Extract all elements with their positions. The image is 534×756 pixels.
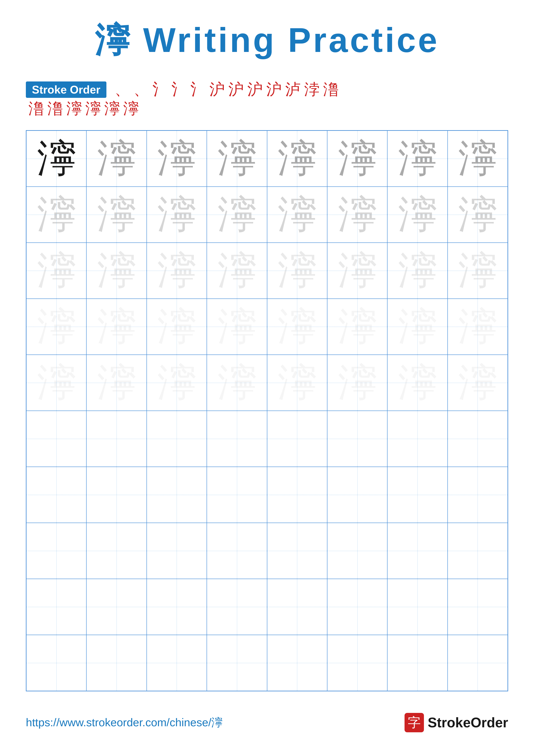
grid-cell[interactable]: 濘 [147,355,207,411]
grid-cell[interactable]: 濘 [327,299,387,355]
grid-cell[interactable]: 濘 [26,131,87,187]
grid-cell[interactable]: 濘 [207,187,267,243]
grid-cell[interactable] [147,411,207,467]
grid-cell[interactable] [267,467,327,523]
grid-cell[interactable]: 濘 [387,131,447,187]
title-chinese-char: 濘 [95,21,131,59]
grid-cell[interactable]: 濘 [87,131,146,187]
grid-cell[interactable]: 濘 [387,187,447,243]
practice-char: 濘 [278,307,317,346]
stroke-char-2: 、 [134,81,149,98]
practice-char: 濘 [37,195,76,234]
grid-cell[interactable] [26,635,87,691]
grid-cell[interactable]: 濘 [207,355,267,411]
practice-char: 濘 [278,195,317,234]
stroke-char-11: 浡 [304,81,320,98]
grid-cell[interactable]: 濘 [26,243,87,299]
grid-cell[interactable] [87,523,146,579]
grid-cell[interactable]: 濘 [207,243,267,299]
grid-cell[interactable] [87,411,146,467]
title-text: Writing Practice [131,21,440,59]
grid-cell[interactable]: 濘 [26,355,87,411]
grid-cell[interactable]: 濘 [447,355,508,411]
practice-char: 濘 [37,363,76,402]
grid-cell[interactable]: 濘 [327,355,387,411]
grid-cell[interactable]: 濘 [267,355,327,411]
practice-char: 濘 [458,307,497,346]
grid-cell[interactable] [387,579,447,635]
grid-cell[interactable] [26,411,87,467]
grid-cell[interactable]: 濘 [447,131,508,187]
grid-cell[interactable] [327,579,387,635]
grid-cell[interactable]: 濘 [26,187,87,243]
grid-cell[interactable]: 濘 [447,243,508,299]
grid-cell[interactable]: 濘 [87,243,146,299]
stroke-char-3: 氵 [153,81,168,98]
grid-cell[interactable]: 濘 [26,299,87,355]
grid-cell[interactable] [147,579,207,635]
grid-cell[interactable]: 濘 [147,187,207,243]
grid-cell[interactable]: 濘 [87,355,146,411]
grid-cell[interactable] [26,523,87,579]
grid-cell[interactable] [26,467,87,523]
grid-cell[interactable] [387,523,447,579]
grid-cell[interactable] [447,579,508,635]
grid-cell[interactable]: 濘 [147,131,207,187]
grid-cell[interactable] [327,467,387,523]
stroke-order-section: Stroke Order 、 、 氵 氵 氵 沪 沪 沪 沪 泸 浡 澛 澛 澛… [26,81,508,117]
grid-cell[interactable]: 濘 [387,299,447,355]
stroke-char-7: 沪 [228,81,244,98]
practice-char: 濘 [278,251,317,290]
grid-cell[interactable] [387,635,447,691]
grid-cell[interactable]: 濘 [207,131,267,187]
grid-cell[interactable] [447,523,508,579]
grid-cell[interactable] [387,411,447,467]
grid-cell[interactable] [387,467,447,523]
grid-cell[interactable]: 濘 [387,243,447,299]
grid-cell[interactable]: 濘 [447,187,508,243]
grid-cell[interactable] [207,523,267,579]
grid-cell[interactable]: 濘 [147,243,207,299]
footer: https://www.strokeorder.com/chinese/濘 字 … [26,709,508,732]
grid-cell[interactable] [87,635,146,691]
grid-cell[interactable] [147,523,207,579]
grid-cell[interactable] [207,579,267,635]
grid-cell[interactable] [207,467,267,523]
grid-cell[interactable]: 濘 [327,131,387,187]
grid-cell[interactable]: 濘 [207,299,267,355]
grid-cell[interactable] [327,411,387,467]
footer-url[interactable]: https://www.strokeorder.com/chinese/濘 [26,715,222,730]
grid-cell[interactable] [147,635,207,691]
grid-cell[interactable] [447,467,508,523]
grid-cell[interactable] [26,579,87,635]
grid-cell[interactable]: 濘 [267,243,327,299]
grid-cell[interactable]: 濘 [267,131,327,187]
grid-cell[interactable] [447,411,508,467]
grid-cell[interactable] [267,523,327,579]
grid-cell[interactable] [267,635,327,691]
grid-cell[interactable]: 濘 [147,299,207,355]
grid-cell[interactable] [207,411,267,467]
grid-cell[interactable] [147,467,207,523]
practice-char: 濘 [97,251,136,290]
grid-cell[interactable]: 濘 [87,299,146,355]
stroke-char-r2-6: 濘 [123,100,139,117]
grid-cell[interactable] [87,579,146,635]
grid-cell[interactable] [87,467,146,523]
grid-cell[interactable] [447,635,508,691]
footer-logo-char: 字 [408,714,421,731]
grid-cell[interactable]: 濘 [87,187,146,243]
grid-cell[interactable]: 濘 [387,355,447,411]
grid-cell[interactable]: 濘 [267,299,327,355]
grid-cell[interactable] [267,411,327,467]
practice-char: 濘 [157,307,196,346]
grid-cell[interactable]: 濘 [267,187,327,243]
grid-cell[interactable] [207,635,267,691]
practice-char: 濘 [157,363,196,402]
grid-cell[interactable]: 濘 [327,187,387,243]
grid-cell[interactable]: 濘 [327,243,387,299]
grid-cell[interactable]: 濘 [447,299,508,355]
grid-cell[interactable] [327,523,387,579]
grid-cell[interactable] [327,635,387,691]
grid-cell[interactable] [267,579,327,635]
